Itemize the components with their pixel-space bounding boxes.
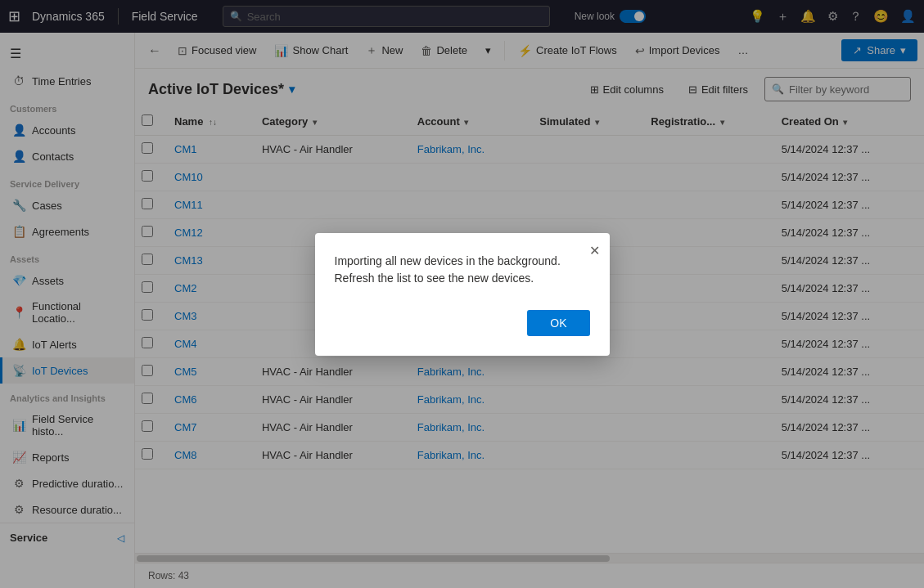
modal-footer: OK xyxy=(335,310,590,336)
modal-close-button[interactable]: ✕ xyxy=(589,243,600,258)
modal-overlay: ✕ Importing all new devices in the backg… xyxy=(0,0,924,588)
modal-ok-label: OK xyxy=(550,316,566,330)
modal-message: Importing all new devices in the backgro… xyxy=(335,253,590,287)
import-dialog: ✕ Importing all new devices in the backg… xyxy=(315,233,610,356)
modal-ok-button[interactable]: OK xyxy=(527,310,589,336)
modal-close-icon: ✕ xyxy=(589,244,600,258)
